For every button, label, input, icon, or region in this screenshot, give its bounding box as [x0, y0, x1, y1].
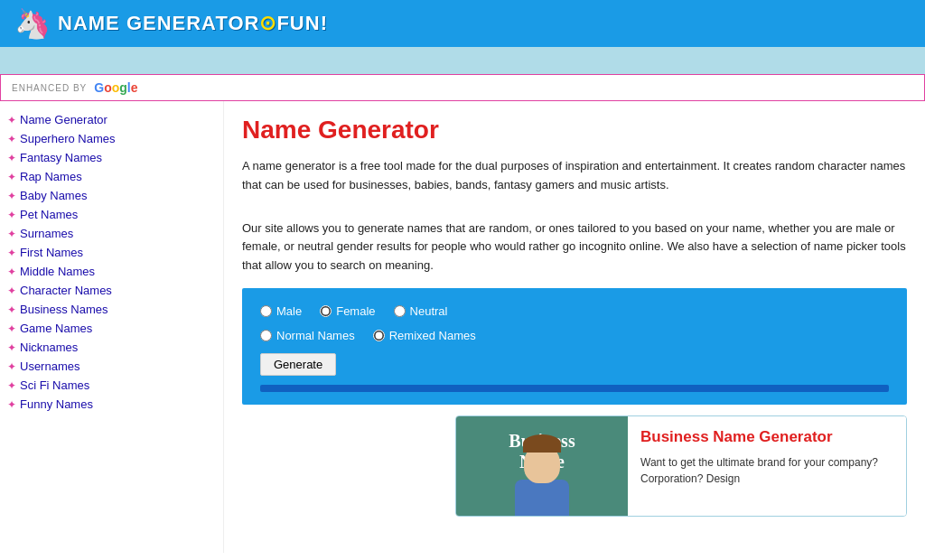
star-icon: ✦ — [7, 209, 16, 221]
sidebar-link[interactable]: Funny Names — [20, 397, 93, 411]
sidebar-link[interactable]: Name Generator — [20, 113, 107, 126]
search-input[interactable] — [145, 81, 913, 95]
sidebar-link[interactable]: Sci Fi Names — [20, 378, 89, 392]
gender-male[interactable]: Male — [260, 304, 302, 318]
generate-button[interactable]: Generate — [260, 353, 336, 376]
star-icon: ✦ — [7, 303, 16, 316]
sidebar-link[interactable]: Baby Names — [20, 189, 87, 202]
sidebar-item[interactable]: ✦Business Names — [7, 300, 223, 319]
sidebar-item[interactable]: ✦Superhero Names — [7, 129, 223, 148]
sidebar-item[interactable]: ✦Surnames — [7, 224, 223, 243]
gender-male-radio[interactable] — [260, 305, 272, 317]
gender-neutral[interactable]: Neutral — [394, 304, 448, 318]
gender-female-radio[interactable] — [320, 305, 332, 317]
star-icon: ✦ — [7, 171, 16, 183]
sidebar-link[interactable]: Business Names — [20, 303, 108, 316]
sidebar-link[interactable]: Nicknames — [20, 341, 78, 354]
sidebar-item[interactable]: ✦Nicknames — [7, 338, 223, 357]
gender-neutral-label: Neutral — [410, 304, 448, 318]
content-area: Name Generator A name generator is a fre… — [224, 101, 925, 553]
star-icon: ✦ — [7, 247, 16, 259]
type-normal-label: Normal Names — [276, 329, 355, 342]
star-icon: ✦ — [7, 360, 16, 373]
header-logo: 🦄 NAME GENERATOR⊙FUN! — [14, 6, 328, 41]
sidebar-item[interactable]: ✦Baby Names — [7, 186, 223, 205]
type-remixed-radio[interactable] — [373, 330, 385, 341]
sidebar-link[interactable]: Rap Names — [20, 170, 82, 183]
sidebar-item[interactable]: ✦Game Names — [7, 319, 223, 338]
star-icon: ✦ — [7, 152, 16, 164]
gender-radio-row: Male Female Neutral — [260, 304, 889, 318]
subheader-band — [0, 47, 925, 74]
sidebar-link[interactable]: Surnames — [20, 227, 73, 240]
sidebar-item[interactable]: ✦Pet Names — [7, 205, 223, 224]
sidebar-item[interactable]: ✦Name Generator — [7, 110, 223, 129]
star-icon: ✦ — [7, 285, 16, 297]
star-icon: ✦ — [7, 190, 16, 202]
star-icon: ✦ — [7, 398, 16, 411]
gender-neutral-radio[interactable] — [394, 305, 406, 317]
intro-text-1: A name generator is a free tool made for… — [242, 157, 907, 195]
type-normal[interactable]: Normal Names — [260, 329, 355, 342]
star-icon: ✦ — [7, 114, 16, 126]
sidebar-item[interactable]: ✦Usernames — [7, 357, 223, 376]
sidebar-link[interactable]: Superhero Names — [20, 132, 116, 145]
type-normal-radio[interactable] — [260, 330, 272, 341]
sidebar-item[interactable]: ✦Middle Names — [7, 262, 223, 281]
sidebar-link[interactable]: Middle Names — [20, 265, 95, 278]
sidebar-item[interactable]: ✦Fantasy Names — [7, 148, 223, 167]
intro-text-2: Our site allows you to generate names th… — [242, 219, 907, 275]
star-icon: ✦ — [7, 266, 16, 278]
header: 🦄 NAME GENERATOR⊙FUN! — [0, 0, 925, 47]
star-icon: ✦ — [7, 341, 16, 354]
star-icon: ✦ — [7, 322, 16, 335]
site-title: NAME GENERATOR⊙FUN! — [58, 12, 328, 35]
sidebar-link[interactable]: Fantasy Names — [20, 151, 102, 164]
gender-female-label: Female — [336, 304, 375, 318]
business-card-image: BusinessName — [456, 416, 628, 516]
sidebar-link[interactable]: Pet Names — [20, 208, 78, 221]
sidebar-link[interactable]: Game Names — [20, 322, 92, 335]
sidebar-item[interactable]: ✦Funny Names — [7, 395, 223, 414]
main-layout: ✦Name Generator✦Superhero Names✦Fantasy … — [0, 101, 925, 553]
star-icon: ✦ — [7, 379, 16, 392]
star-icon: ✦ — [7, 228, 16, 240]
sidebar-link[interactable]: Character Names — [20, 284, 112, 297]
unicorn-icon: 🦄 — [14, 6, 51, 41]
business-card-desc: Want to get the ultimate brand for your … — [640, 454, 893, 487]
generator-box: Male Female Neutral Normal Names — [242, 288, 907, 405]
gender-male-label: Male — [276, 304, 302, 318]
sidebar: ✦Name Generator✦Superhero Names✦Fantasy … — [0, 101, 224, 553]
type-remixed-label: Remixed Names — [389, 329, 476, 342]
sidebar-item[interactable]: ✦Rap Names — [7, 167, 223, 186]
sidebar-item[interactable]: ✦Character Names — [7, 281, 223, 300]
star-icon: ✦ — [7, 133, 16, 145]
page-title: Name Generator — [242, 116, 907, 145]
sidebar-link[interactable]: Usernames — [20, 359, 79, 373]
search-label: ENHANCED BY — [12, 83, 87, 93]
business-card: BusinessName Business Name Generator Wan… — [455, 415, 907, 517]
google-logo: Google — [94, 80, 137, 95]
gender-female[interactable]: Female — [320, 304, 375, 318]
type-remixed[interactable]: Remixed Names — [373, 329, 476, 342]
progress-bar — [260, 385, 889, 392]
business-card-text: Business Name Generator Want to get the … — [628, 416, 906, 516]
sidebar-link[interactable]: First Names — [20, 246, 83, 259]
sidebar-item[interactable]: ✦First Names — [7, 243, 223, 262]
business-card-title: Business Name Generator — [640, 427, 893, 447]
sidebar-item[interactable]: ✦Sci Fi Names — [7, 376, 223, 395]
type-radio-row: Normal Names Remixed Names — [260, 329, 889, 342]
search-bar: ENHANCED BY Google — [0, 74, 925, 101]
